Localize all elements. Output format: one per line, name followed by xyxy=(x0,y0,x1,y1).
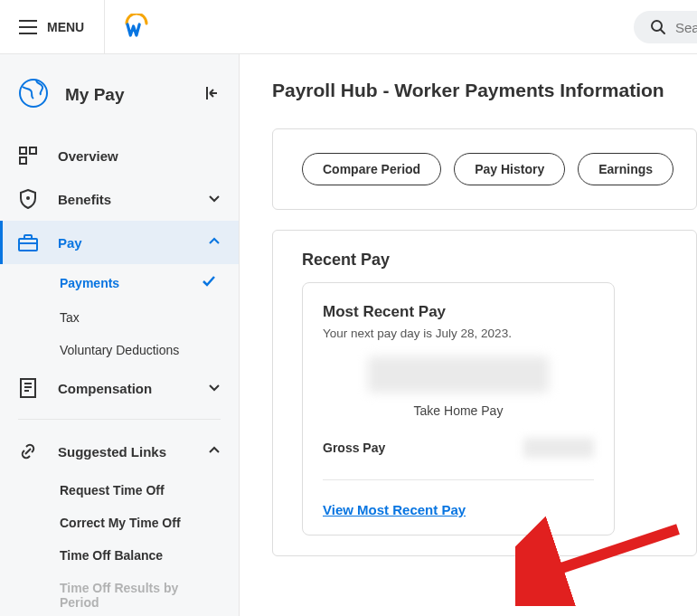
redacted-gross-amount xyxy=(523,438,594,458)
sidebar-item-overview[interactable]: Overview xyxy=(0,134,239,177)
next-pay-text: Your next pay day is July 28, 2023. xyxy=(323,327,594,340)
document-icon xyxy=(18,378,38,398)
svg-rect-3 xyxy=(30,147,36,154)
earnings-button[interactable]: Earnings xyxy=(578,153,673,185)
vertical-divider xyxy=(104,0,105,54)
menu-label: MENU xyxy=(47,20,84,34)
link-icon xyxy=(18,441,38,461)
chevron-down-icon xyxy=(208,192,221,207)
link-label: Request Time Off xyxy=(60,483,165,498)
workday-logo[interactable] xyxy=(123,14,150,41)
briefcase-icon xyxy=(18,232,38,252)
suggested-link-correct-my-time-off[interactable]: Correct My Time Off xyxy=(0,507,239,539)
sidebar-item-label: Benefits xyxy=(58,192,188,207)
global-search[interactable] xyxy=(634,11,697,43)
sidebar-item-label: Compensation xyxy=(58,381,188,396)
sidebar-item-label: Overview xyxy=(58,148,221,164)
svg-point-5 xyxy=(26,196,30,200)
sidebar-subitem-label: Tax xyxy=(60,310,217,325)
sidebar-subitem-tax[interactable]: Tax xyxy=(0,301,239,334)
top-bar: MENU xyxy=(0,0,697,54)
sidebar-item-pay[interactable]: Pay xyxy=(0,221,239,264)
view-most-recent-pay-link[interactable]: View Most Recent Pay xyxy=(323,502,466,517)
actions-card: Compare Period Pay History Earnings xyxy=(272,128,697,210)
menu-button[interactable]: MENU xyxy=(18,17,84,37)
search-icon xyxy=(648,17,668,37)
sidebar-subitem-label: Voluntary Deductions xyxy=(60,343,217,357)
suggested-link-time-off-results[interactable]: Time Off Results by Period xyxy=(0,572,239,616)
take-home-label: Take Home Pay xyxy=(323,403,594,418)
recent-pay-card-title: Most Recent Pay xyxy=(323,303,594,321)
suggested-link-time-off-balance[interactable]: Time Off Balance xyxy=(0,539,239,572)
check-icon xyxy=(201,273,217,292)
dashboard-icon xyxy=(18,146,38,166)
link-label: Correct My Time Off xyxy=(60,516,181,530)
sidebar-subitem-payments[interactable]: Payments xyxy=(0,264,239,301)
sidebar-subitem-label: Payments xyxy=(60,276,201,290)
sidebar-subitem-voluntary-deductions[interactable]: Voluntary Deductions xyxy=(0,334,239,366)
chevron-down-icon xyxy=(208,381,221,396)
pill-label: Compare Period xyxy=(323,162,420,176)
compare-period-button[interactable]: Compare Period xyxy=(302,153,441,185)
sidebar-title: My Pay xyxy=(65,85,124,105)
pill-label: Pay History xyxy=(475,162,544,176)
recent-pay-section: Recent Pay Most Recent Pay Your next pay… xyxy=(272,230,697,556)
pill-label: Earnings xyxy=(598,162,653,176)
sidebar-section-label: Suggested Links xyxy=(58,444,188,460)
gross-pay-label: Gross Pay xyxy=(323,441,385,455)
chevron-up-icon xyxy=(208,444,221,460)
collapse-sidebar-button[interactable] xyxy=(204,85,221,105)
search-input[interactable] xyxy=(675,20,697,35)
recent-pay-card: Most Recent Pay Your next pay day is Jul… xyxy=(302,282,615,535)
sidebar-item-benefits[interactable]: Benefits xyxy=(0,177,239,221)
sidebar-item-compensation[interactable]: Compensation xyxy=(0,366,239,410)
recent-pay-heading: Recent Pay xyxy=(302,251,667,270)
globe-icon xyxy=(18,78,49,112)
sidebar-divider xyxy=(18,419,221,420)
sidebar-item-label: Pay xyxy=(58,235,188,251)
shield-icon xyxy=(18,189,38,209)
link-label: Time Off Balance xyxy=(60,548,163,563)
sidebar-header: My Pay xyxy=(0,72,239,134)
svg-rect-4 xyxy=(20,157,26,164)
page-title: Payroll Hub - Worker Payments Informatio… xyxy=(272,80,697,101)
svg-point-1 xyxy=(20,80,47,107)
redacted-amount xyxy=(368,356,549,393)
suggested-link-request-time-off[interactable]: Request Time Off xyxy=(0,474,239,507)
chevron-up-icon xyxy=(208,235,221,251)
pay-history-button[interactable]: Pay History xyxy=(454,153,565,185)
sidebar: My Pay Overview Benefits Pa xyxy=(0,54,240,616)
sidebar-section-suggested-links[interactable]: Suggested Links xyxy=(0,429,239,474)
main-content: Payroll Hub - Worker Payments Informatio… xyxy=(240,54,697,616)
svg-rect-6 xyxy=(19,239,37,251)
hamburger-icon xyxy=(18,17,38,37)
link-label: Time Off Results by Period xyxy=(60,581,178,610)
svg-rect-2 xyxy=(20,147,26,154)
